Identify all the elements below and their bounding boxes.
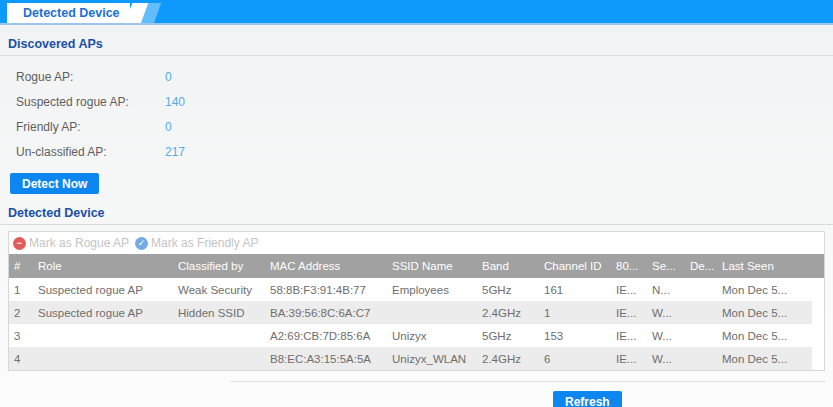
table-cell: Weak Security [173,278,265,301]
refresh-button[interactable]: Refresh [553,391,622,407]
table-cell: W... [647,301,685,324]
check-circle-icon: ✓ [135,237,148,250]
table-cell: 5GHz [477,324,539,347]
divider [0,224,833,225]
table-cell [685,324,717,347]
stat-row-unclassified: Un-classified AP: 217 [16,139,825,164]
table-cell: 161 [539,278,611,301]
table-cell [685,278,717,301]
table-row[interactable]: 1Suspected rogue APWeak Security58:8B:F3… [9,278,824,301]
table-cell: B8:EC:A3:15:5A:5A [265,347,387,370]
tab-bar: Detected Device [0,0,833,25]
page-content: Discovered APs Rogue AP: 0 Suspected rog… [0,25,833,407]
detect-now-button[interactable]: Detect Now [10,173,99,194]
table-cell: Mon Dec 5... [717,278,824,301]
table-cell: IE... [611,278,647,301]
column-header[interactable]: Se... [647,254,685,278]
discovered-aps-stats: Rogue AP: 0 Suspected rogue AP: 140 Frie… [8,56,825,164]
stat-value: 140 [165,95,185,109]
table-row[interactable]: 3A2:69:CB:7D:85:6AUnizyx5GHz153IE...W...… [9,324,824,347]
table-cell: 2 [9,301,33,324]
table-cell: 58:8B:F3:91:4B:77 [265,278,387,301]
table-cell: 153 [539,324,611,347]
stat-label: Un-classified AP: [16,145,165,159]
stat-label: Suspected rogue AP: [16,95,165,109]
mark-rogue-ap-label: Mark as Rogue AP [29,236,129,250]
detected-device-panel: − Mark as Rogue AP ✓ Mark as Friendly AP… [8,231,825,371]
table-cell: W... [647,347,685,370]
table-cell [33,347,173,370]
table-cell: IE... [611,347,647,370]
section-heading-discovered-aps: Discovered APs [8,25,825,51]
table-cell: Unizyx_WLAN [387,347,477,370]
table-cell: Mon Dec 5... [717,324,824,347]
stat-label: Rogue AP: [16,70,165,84]
mark-friendly-ap-button[interactable]: ✓ Mark as Friendly AP [135,236,258,250]
table-cell: 5GHz [477,278,539,301]
table-cell: IE... [611,301,647,324]
column-header[interactable]: MAC Address [265,254,387,278]
stat-row-suspected-rogue: Suspected rogue AP: 140 [16,89,825,114]
section-heading-detected-device: Detected Device [8,194,825,220]
column-header[interactable]: SSID Name [387,254,477,278]
column-header[interactable]: 80... [611,254,647,278]
column-header[interactable]: Classified by [173,254,265,278]
table-cell: 1 [9,278,33,301]
table-cell: 2.4GHz [477,347,539,370]
detected-device-table: #RoleClassified byMAC AddressSSID NameBa… [9,254,824,370]
table-cell: Mon Dec 5... [717,301,824,324]
table-cell [387,301,477,324]
table-cell [33,324,173,347]
stat-label: Friendly AP: [16,120,165,134]
table-cell: N... [647,278,685,301]
stat-value: 0 [165,120,172,134]
table-cell: 2.4GHz [477,301,539,324]
scrollbar-gutter [812,278,824,370]
table-cell: Hidden SSID [173,301,265,324]
table-cell [173,347,265,370]
table-row[interactable]: 4B8:EC:A3:15:5A:5AUnizyx_WLAN2.4GHz6IE..… [9,347,824,370]
column-header[interactable]: # [9,254,33,278]
table-cell: A2:69:CB:7D:85:6A [265,324,387,347]
table-cell: Suspected rogue AP [33,301,173,324]
column-header[interactable]: Band [477,254,539,278]
table-cell: 3 [9,324,33,347]
stat-row-friendly: Friendly AP: 0 [16,114,825,139]
table-cell: W... [647,324,685,347]
column-header[interactable]: Role [33,254,173,278]
minus-circle-icon: − [13,237,26,250]
table-cell: 6 [539,347,611,370]
table-row[interactable]: 2Suspected rogue APHidden SSIDBA:39:56:8… [9,301,824,324]
table-cell: IE... [611,324,647,347]
tab-label: Detected Device [23,6,120,20]
table-cell: Mon Dec 5... [717,347,824,370]
stat-value: 0 [165,70,172,84]
column-header[interactable]: Channel ID [539,254,611,278]
stat-row-rogue: Rogue AP: 0 [16,64,825,89]
table-cell [685,301,717,324]
mark-rogue-ap-button[interactable]: − Mark as Rogue AP [13,236,129,250]
dotted-divider [230,381,825,382]
table-cell: BA:39:56:8C:6A:C7 [265,301,387,324]
table-cell: Unizyx [387,324,477,347]
column-header[interactable]: De... [685,254,717,278]
tab-detected-device[interactable]: Detected Device [7,3,130,23]
stat-value: 217 [165,145,185,159]
table-cell [685,347,717,370]
mark-friendly-ap-label: Mark as Friendly AP [151,236,258,250]
table-cell: Employees [387,278,477,301]
table-cell: 4 [9,347,33,370]
table-header-row: #RoleClassified byMAC AddressSSID NameBa… [9,254,824,278]
column-header[interactable]: Last Seen [717,254,824,278]
table-cell: Suspected rogue AP [33,278,173,301]
table-cell: 1 [539,301,611,324]
table-cell [173,324,265,347]
table-toolbar: − Mark as Rogue AP ✓ Mark as Friendly AP [9,232,824,254]
